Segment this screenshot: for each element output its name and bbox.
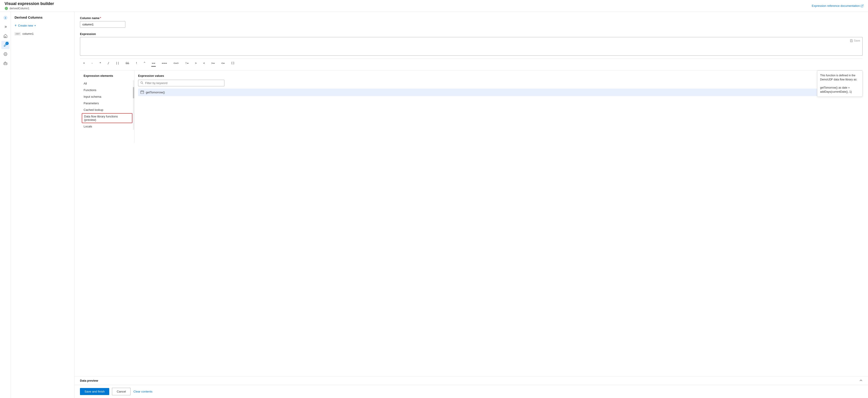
- nav-info-icon[interactable]: i: [1, 13, 9, 22]
- operator-bar: + - * / || && ! ^ == === <=> != > < >= <…: [80, 58, 863, 67]
- home-icon: [3, 34, 7, 38]
- expression-elements-title: Expression elements: [80, 74, 134, 80]
- type-badge: ANY: [14, 32, 21, 35]
- elem-functions[interactable]: Functions: [80, 87, 134, 93]
- save-icon: [850, 39, 853, 42]
- expression-editor[interactable]: [80, 37, 862, 55]
- list-item[interactable]: ANY column1: [11, 31, 74, 37]
- scroll-thumb: [133, 87, 134, 98]
- elem-all[interactable]: All: [80, 80, 134, 87]
- collapse-button[interactable]: [859, 379, 863, 382]
- scroll-track: [133, 80, 134, 130]
- nav-target-icon[interactable]: [1, 50, 9, 58]
- create-new-button[interactable]: + Create new ▾: [11, 22, 74, 29]
- elem-cached-lookup[interactable]: Cached lookup: [80, 106, 134, 113]
- expression-label: Expression: [80, 32, 863, 36]
- svg-point-5: [4, 53, 7, 56]
- nav-home-icon[interactable]: [1, 32, 9, 40]
- tooltip-text: This function is defined in the DemoUDF …: [820, 74, 857, 93]
- derived-columns-header: Derived Columns: [11, 16, 74, 22]
- op-neq[interactable]: !=: [182, 60, 192, 66]
- elem-locals[interactable]: Locals: [80, 123, 134, 130]
- value-item-getTomorrow[interactable]: getTomorrow(): [138, 89, 859, 96]
- op-gt[interactable]: >: [192, 60, 200, 66]
- clear-contents-button[interactable]: Clear contents: [133, 390, 152, 393]
- save-inline-button[interactable]: Save: [850, 39, 860, 42]
- double-chevron-icon: [4, 25, 7, 29]
- calendar-icon: [141, 90, 144, 94]
- data-preview-title: Data preview: [80, 379, 98, 382]
- cancel-button[interactable]: Cancel: [112, 388, 131, 395]
- op-excl[interactable]: !: [132, 60, 141, 66]
- chevron-up-icon: [859, 379, 863, 382]
- expression-bottom: Expression elements All Functions Input …: [80, 70, 863, 143]
- op-lt[interactable]: <: [200, 60, 208, 66]
- get-tomorrow-label: getTomorrow(): [146, 91, 165, 94]
- column-name: column1: [23, 32, 34, 35]
- svg-text:+: +: [6, 7, 7, 9]
- search-icon: [141, 81, 143, 85]
- info-icon: i: [3, 16, 7, 20]
- title-area: Visual expression builder + derivedColum…: [4, 1, 54, 10]
- expression-values-title: Expression values: [138, 74, 859, 78]
- builder-area: Column name* Expression Save: [74, 12, 868, 376]
- plus-icon: +: [14, 23, 17, 28]
- svg-rect-10: [851, 39, 852, 40]
- svg-rect-4: [5, 36, 6, 37]
- svg-rect-13: [141, 91, 144, 94]
- page-title: Visual expression builder: [4, 1, 54, 6]
- bottom-bar: Save and finish Cancel Clear contents: [74, 385, 868, 398]
- op-lte[interactable]: <=: [218, 60, 228, 66]
- filter-input[interactable]: [138, 80, 224, 86]
- op-minus[interactable]: -: [88, 60, 96, 66]
- nav-expand-icon[interactable]: [1, 23, 9, 31]
- expression-reference-link[interactable]: Expression reference documentation: [812, 4, 864, 7]
- main-layout: i 2: [0, 12, 868, 398]
- column-name-input[interactable]: [80, 21, 125, 28]
- svg-text:i: i: [5, 17, 6, 19]
- expression-section: Expression Save: [80, 32, 863, 56]
- op-and[interactable]: &&: [122, 60, 132, 66]
- svg-point-6: [5, 53, 6, 55]
- expression-editor-wrapper: Save: [80, 37, 863, 56]
- elem-input-schema[interactable]: Input schema: [80, 93, 134, 100]
- op-gte[interactable]: >=: [208, 60, 218, 66]
- tooltip-box: This function is defined in the DemoUDF …: [817, 70, 863, 97]
- elem-parameters[interactable]: Parameters: [80, 100, 134, 106]
- briefcase-icon: [3, 61, 7, 65]
- main-content: Column name* Expression Save: [74, 12, 868, 398]
- left-panel: Derived Columns + Create new ▾ ANY colum…: [11, 12, 74, 398]
- column-name-label: Column name*: [80, 17, 863, 20]
- data-preview-bar: Data preview: [74, 376, 868, 385]
- elem-data-flow-library[interactable]: Data flow library functions (preview): [82, 113, 132, 123]
- create-new-label: Create new: [18, 24, 33, 27]
- op-strict-eq[interactable]: ===: [158, 60, 170, 66]
- op-multiply[interactable]: *: [96, 60, 104, 66]
- top-bar: Visual expression builder + derivedColum…: [0, 0, 868, 12]
- expression-values-panel: Expression values: [134, 70, 863, 143]
- save-finish-button[interactable]: Save and finish: [80, 388, 109, 395]
- nav-edit-icon[interactable]: 2: [1, 41, 9, 49]
- elements-scroll: All Functions Input schema Parameters Ca…: [80, 80, 134, 130]
- op-nullsafe[interactable]: <=>: [170, 60, 182, 66]
- op-divide[interactable]: /: [104, 60, 113, 66]
- nav-briefcase-icon[interactable]: [1, 59, 9, 67]
- subtitle-area: + derivedColumn1: [4, 7, 54, 10]
- save-inline-label: Save: [854, 39, 860, 42]
- op-caret[interactable]: ^: [141, 60, 149, 66]
- external-link-icon: [861, 4, 864, 7]
- nav-sidebar: i 2: [0, 12, 11, 398]
- op-pipe[interactable]: ||: [113, 60, 122, 66]
- chevron-down-icon: ▾: [34, 24, 36, 27]
- filter-wrap: [138, 80, 859, 86]
- target-icon: [3, 52, 7, 56]
- derived-column-icon: +: [4, 7, 8, 10]
- svg-rect-9: [851, 41, 852, 42]
- expression-elements-panel: Expression elements All Functions Input …: [80, 70, 134, 143]
- op-eq[interactable]: ==: [149, 60, 158, 66]
- op-plus[interactable]: +: [80, 60, 88, 66]
- subtitle-text: derivedColumn1: [9, 7, 29, 10]
- svg-point-11: [141, 82, 143, 83]
- column-list: ANY column1: [11, 31, 74, 37]
- op-bracket[interactable]: []: [228, 60, 238, 66]
